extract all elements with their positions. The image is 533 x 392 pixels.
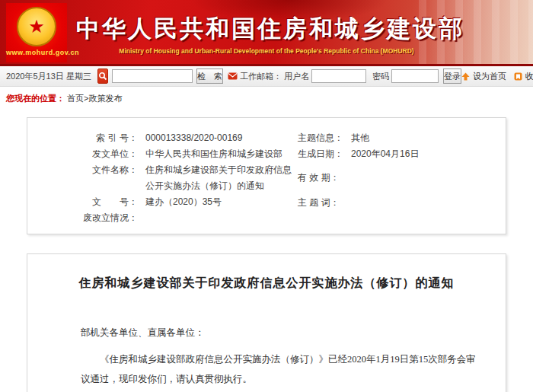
document-title: 住房和城乡建设部关于印发政府信息公开实施办法（修订）的通知 bbox=[58, 276, 475, 292]
search-input[interactable] bbox=[112, 69, 193, 83]
toolbar-right-links: 设为首页 收藏本站 bbox=[461, 71, 533, 82]
document-salutation: 部机关各单位、直属各单位： bbox=[81, 327, 479, 339]
breadcrumb: 您现在的位置： 首页>政策发布 bbox=[0, 87, 533, 109]
set-home-link[interactable]: 设为首页 bbox=[473, 71, 506, 82]
username-label: 用户名 bbox=[284, 71, 309, 82]
docno-value: 建办（2020）35号 bbox=[145, 194, 298, 210]
docno-label: 文 号： bbox=[27, 194, 138, 210]
document-body-box: 住房和城乡建设部关于印发政府信息公开实施办法（修订）的通知 部机关各单位、直属各… bbox=[27, 253, 506, 392]
index-label: 索 引 号： bbox=[27, 130, 138, 146]
docname-value: 住房和城乡建设部关于印发政府信息公开实施办法（修订）的通知 bbox=[145, 162, 298, 194]
document-paragraph: 《住房和城乡建设部政府信息公开实施办法（修订）》已经2020年1月19日第15次… bbox=[81, 349, 479, 389]
password-input[interactable] bbox=[391, 69, 439, 83]
breadcrumb-prefix: 您现在的位置： bbox=[6, 94, 65, 103]
document-metadata-box: 索 引 号： 000013338/2020-00169 发文单位： 中华人民共和… bbox=[27, 117, 506, 234]
meta-row-keyword: 主 题 词： bbox=[298, 195, 503, 211]
topic-value: 其他 bbox=[351, 130, 369, 146]
site-header: ★ www.mohurd.gov.cn 中华人民共和国住房和城乡建设部 Mini… bbox=[0, 0, 533, 66]
username-input[interactable] bbox=[311, 69, 366, 83]
meta-row-index: 索 引 号： 000013338/2020-00169 bbox=[27, 130, 298, 146]
emblem-block[interactable]: ★ www.mohurd.gov.cn bbox=[6, 3, 67, 62]
mail-label: 工作邮箱： bbox=[240, 71, 282, 82]
main-content: 索 引 号： 000013338/2020-00169 发文单位： 中华人民共和… bbox=[0, 117, 533, 392]
docname-label: 文件名称： bbox=[27, 162, 138, 194]
site-url: www.mohurd.gov.cn bbox=[6, 49, 67, 56]
keyword-label: 主 题 词： bbox=[298, 195, 345, 211]
favorite-icon bbox=[514, 72, 522, 81]
repeal-label: 废改立情况： bbox=[27, 210, 138, 226]
metadata-right-column: 主题信息： 其他 生成日期： 2020年04月16日 有 效 期： 主 题 词： bbox=[298, 130, 503, 226]
meta-row-topic: 主题信息： 其他 bbox=[298, 130, 503, 146]
metadata-left-column: 索 引 号： 000013338/2020-00169 发文单位： 中华人民共和… bbox=[27, 130, 298, 226]
search-icon-button[interactable] bbox=[97, 69, 108, 84]
current-date: 2020年5月13日 星期三 bbox=[6, 71, 91, 82]
document-body: 部机关各单位、直属各单位： 《住房和城乡建设部政府信息公开实施办法（修订）》已经… bbox=[27, 327, 506, 392]
password-label: 密码 bbox=[372, 71, 389, 82]
breadcrumb-path[interactable]: 首页>政策发布 bbox=[67, 94, 122, 103]
meta-row-gendate: 生成日期： 2020年04月16日 bbox=[298, 146, 503, 162]
national-emblem-icon: ★ bbox=[17, 7, 56, 46]
meta-row-repeal: 废改立情况： bbox=[27, 210, 298, 226]
site-title: 中华人民共和国住房和城乡建设部 bbox=[76, 13, 457, 45]
meta-row-valid: 有 效 期： bbox=[298, 170, 503, 186]
meta-row-docno: 文 号： 建办（2020）35号 bbox=[27, 194, 298, 210]
toolbar: 2020年5月13日 星期三 检 索 工作邮箱： 用户名 密码 登录 设为首页 … bbox=[0, 66, 533, 87]
retrieve-button[interactable]: 检 索 bbox=[196, 69, 223, 84]
gendate-label: 生成日期： bbox=[298, 146, 345, 162]
topic-label: 主题信息： bbox=[298, 130, 345, 146]
mail-icon bbox=[228, 72, 238, 80]
set-home-icon bbox=[461, 72, 470, 81]
site-subtitle-en: Ministry of Housing and Urban-Rural Deve… bbox=[72, 47, 461, 55]
meta-row-issuer: 发文单位： 中华人民共和国住房和城乡建设部 bbox=[27, 146, 298, 162]
search-icon bbox=[98, 72, 107, 81]
meta-row-docname: 文件名称： 住房和城乡建设部关于印发政府信息公开实施办法（修订）的通知 bbox=[27, 162, 298, 194]
issuer-value: 中华人民共和国住房和城乡建设部 bbox=[145, 146, 298, 162]
repeal-value bbox=[145, 210, 298, 226]
valid-label: 有 效 期： bbox=[298, 170, 345, 186]
gendate-value: 2020年04月16日 bbox=[351, 146, 419, 162]
favorite-link[interactable]: 收藏本站 bbox=[525, 71, 533, 82]
issuer-label: 发文单位： bbox=[27, 146, 138, 162]
login-button[interactable]: 登录 bbox=[443, 69, 461, 84]
index-value: 000013338/2020-00169 bbox=[145, 130, 298, 146]
